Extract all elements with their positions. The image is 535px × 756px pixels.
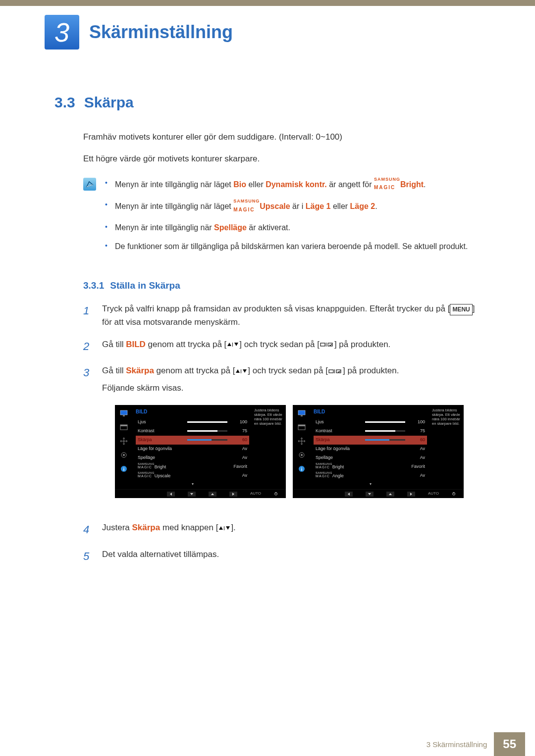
picture-icon <box>119 423 128 432</box>
arrows-icon <box>119 437 128 446</box>
chapter-title: Skärminställning <box>89 22 233 43</box>
section-number: 3.3 <box>54 94 75 111</box>
footer-chapter-label: 3 Skärminställning <box>427 740 487 749</box>
step-2: 2 Gå till BILD genom att trycka på [] oc… <box>83 338 481 355</box>
left-icon <box>345 492 353 497</box>
up-down-icon <box>226 342 239 348</box>
osd-description: Justera bildens skärpa. Ett värde nära 1… <box>430 405 464 490</box>
power-icon <box>274 490 278 498</box>
osd-button-bar: AUTO <box>293 489 464 498</box>
svg-marker-40 <box>219 526 223 530</box>
osd-screenshot-2: i BILD Ljus100 Kontrast75 Skärpa60 Läge … <box>293 405 464 499</box>
svg-rect-26 <box>298 410 305 415</box>
osd-description: Justera bildens skärpa. Ett värde nära 1… <box>252 405 286 490</box>
svg-marker-22 <box>211 493 214 495</box>
subsection-title: Ställa in Skärpa <box>110 280 180 291</box>
down-icon <box>188 492 196 497</box>
up-icon <box>386 492 394 497</box>
svg-marker-34 <box>348 493 350 496</box>
svg-marker-6 <box>236 369 240 373</box>
osd-title: BILD <box>314 408 427 416</box>
monitor-icon <box>119 409 128 418</box>
section-heading: 3.3 Skärpa <box>54 94 481 111</box>
svg-point-31 <box>301 454 303 456</box>
samsung-magic-label: SAMSUNGMAGIC <box>233 200 260 214</box>
menu-button-label: MENU <box>450 304 472 315</box>
section-title: Skärpa <box>84 94 134 111</box>
subsection-number: 3.3.1 <box>83 280 104 291</box>
svg-rect-10 <box>334 369 335 373</box>
monitor-icon <box>297 409 306 418</box>
note-item-2: Menyn är inte tillgänglig när läget SAMS… <box>105 200 481 214</box>
svg-rect-3 <box>321 343 325 346</box>
select-enter-icon <box>328 368 343 374</box>
svg-rect-13 <box>123 415 125 416</box>
chevron-down-icon: ▾ <box>314 481 427 488</box>
svg-rect-29 <box>298 425 305 426</box>
svg-marker-20 <box>170 493 172 496</box>
svg-rect-27 <box>301 415 303 416</box>
svg-marker-2 <box>234 343 238 346</box>
gear-icon <box>297 451 306 459</box>
svg-text:i: i <box>301 467 303 472</box>
subsection-heading: 3.3.1 Ställa in Skärpa <box>83 280 481 291</box>
chapter-number: 3 <box>54 17 69 48</box>
svg-rect-7 <box>241 369 241 373</box>
info-icon: i <box>297 464 306 473</box>
note-icon <box>83 178 96 191</box>
right-icon <box>407 492 415 497</box>
svg-marker-21 <box>190 493 193 495</box>
svg-marker-0 <box>227 343 231 346</box>
intro-paragraph-1: Framhäv motivets konturer eller gör dem … <box>83 131 481 144</box>
osd-title: BILD <box>136 408 249 416</box>
svg-marker-35 <box>368 493 371 495</box>
svg-point-17 <box>123 454 125 456</box>
chapter-badge: 3 <box>45 15 79 50</box>
power-icon <box>452 490 456 498</box>
svg-marker-42 <box>226 526 230 530</box>
top-accent-bar <box>0 0 535 6</box>
info-icon: i <box>119 464 128 473</box>
step-5: 5 Det valda alternativet tillämpas. <box>83 548 481 565</box>
page-footer: 3 Skärminställning 55 <box>0 732 535 756</box>
svg-rect-1 <box>232 343 233 347</box>
svg-marker-23 <box>232 493 234 496</box>
up-icon <box>209 492 216 497</box>
chapter-header: 3 Skärminställning <box>0 6 535 50</box>
left-icon <box>167 492 175 497</box>
note-item-1: Menyn är inte tillgänglig när läget Bio … <box>105 178 481 193</box>
step-3: 3 Gå till Skärpa genom att trycka på [] … <box>83 364 481 512</box>
osd-button-bar: AUTO <box>115 489 286 498</box>
note-item-4: De funktioner som är tillgängliga på bil… <box>105 241 481 252</box>
svg-rect-15 <box>120 425 127 426</box>
svg-marker-37 <box>410 493 412 496</box>
auto-label: AUTO <box>428 491 439 497</box>
up-down-icon <box>218 525 231 531</box>
page-number: 55 <box>503 737 516 751</box>
svg-marker-36 <box>389 493 392 495</box>
step-1: 1 Tryck på valfri knapp på framsidan av … <box>83 302 481 329</box>
arrows-icon <box>297 437 306 446</box>
select-enter-icon <box>320 342 334 348</box>
svg-text:i: i <box>123 467 125 472</box>
svg-rect-4 <box>326 343 326 347</box>
down-icon <box>366 492 374 497</box>
note-block: Menyn är inte tillgänglig när läget Bio … <box>83 178 481 259</box>
auto-label: AUTO <box>250 491 261 497</box>
samsung-magic-label: SAMSUNGMAGIC <box>374 178 400 193</box>
svg-rect-9 <box>329 370 333 373</box>
gear-icon <box>119 451 128 459</box>
svg-rect-12 <box>120 410 127 415</box>
svg-marker-8 <box>243 369 247 373</box>
osd-screenshot-1: i BILD Ljus100 Kontrast75 Skärpa60 Läge … <box>115 405 286 499</box>
step-4: 4 Justera Skärpa med knappen []. <box>83 521 481 538</box>
picture-icon <box>297 423 306 432</box>
chevron-down-icon: ▾ <box>136 481 249 488</box>
svg-rect-41 <box>224 526 224 530</box>
up-down-icon <box>235 368 248 374</box>
note-item-3: Menyn är inte tillgänglig när Spelläge ä… <box>105 222 481 234</box>
right-icon <box>229 492 237 497</box>
intro-paragraph-2: Ett högre värde gör motivets konturer sk… <box>83 152 481 165</box>
